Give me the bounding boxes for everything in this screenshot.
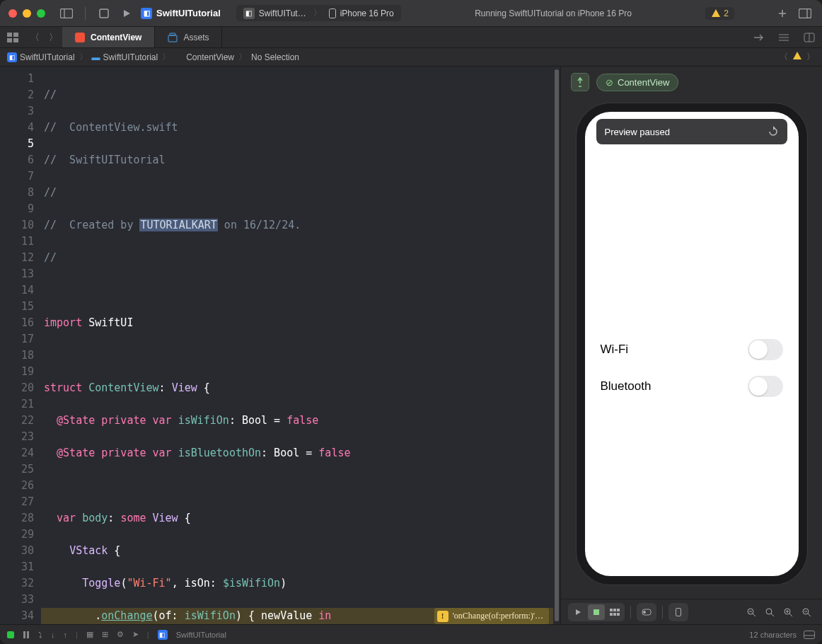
selectable-preview-icon[interactable]	[588, 604, 605, 620]
svg-point-30	[766, 609, 772, 614]
svg-rect-8	[7, 38, 12, 42]
chevron-left-icon[interactable]: 〈	[780, 51, 788, 63]
debug-bar: ⤵ ↓ ↑ | ▦ ⊞ ⚙ ➤ | ◧ SwiftUITutorial 12 c…	[0, 624, 822, 644]
bc-selection[interactable]: No Selection	[251, 52, 299, 62]
bluetooth-toggle[interactable]	[748, 376, 783, 397]
zoom-100-icon[interactable]	[761, 604, 778, 620]
phone-icon	[329, 8, 336, 18]
adjust-editor-icon[interactable]	[746, 27, 771, 47]
step-into-icon[interactable]: ↓	[51, 631, 55, 639]
warning-count: 2	[724, 8, 729, 18]
svg-rect-21	[610, 613, 613, 616]
app-icon: ◧	[141, 8, 152, 19]
line-gutter: 1234567891011121314151617181920212223242…	[0, 67, 41, 624]
nav-back-icon[interactable]: 〈	[25, 27, 44, 47]
scheme-selector[interactable]: ◧ SwiftUITut… 〉 iPhone 16 Pro	[236, 5, 401, 21]
bc-file[interactable]: ContentView	[186, 52, 234, 62]
preview-device-icon[interactable]	[670, 604, 687, 620]
tab-assets[interactable]: Assets	[155, 27, 222, 47]
close-window-icon[interactable]	[8, 9, 17, 18]
tab-bar: 〈 〉 ContentView Assets	[0, 27, 822, 48]
svg-rect-26	[676, 608, 681, 616]
minimize-window-icon[interactable]	[23, 9, 31, 18]
bc-project[interactable]: SwiftUITutorial	[20, 52, 75, 62]
device-settings-icon[interactable]	[638, 604, 655, 620]
checkmark-icon: ⊘	[606, 77, 613, 88]
vertical-scrollbar[interactable]	[553, 67, 560, 624]
svg-rect-41	[804, 631, 815, 638]
footer-project[interactable]: SwiftUITutorial	[176, 631, 226, 639]
pause-icon[interactable]	[23, 631, 30, 638]
related-items-icon[interactable]	[0, 27, 25, 47]
preview-target-pill[interactable]: ⊘ ContentView	[596, 74, 678, 91]
titlebar: ◧ SwiftUITutorial ◧ SwiftUITut… 〉 iPhone…	[0, 0, 822, 27]
bc-group[interactable]: SwiftUITutorial	[103, 52, 158, 62]
device-preview: Preview paused Wi-Fi Bluetooth	[577, 103, 807, 585]
chevron-right-icon[interactable]: 〉	[806, 51, 815, 63]
svg-line-37	[808, 614, 811, 616]
selection-info: 12 characters	[749, 631, 797, 639]
svg-rect-39	[23, 631, 25, 638]
tab-contentview[interactable]: ContentView	[62, 27, 155, 47]
environment-icon[interactable]: ⚙	[117, 630, 124, 639]
svg-rect-20	[617, 609, 620, 611]
pin-preview-button[interactable]	[571, 73, 589, 91]
wifi-label: Wi-Fi	[601, 343, 629, 357]
svg-rect-40	[27, 631, 29, 638]
preview-pane: ⊘ ContentView Preview paused	[560, 67, 822, 624]
preview-controls	[561, 599, 822, 624]
editor-options-icon[interactable]	[771, 27, 797, 47]
svg-rect-11	[170, 33, 175, 35]
svg-rect-19	[613, 609, 616, 611]
live-preview-icon[interactable]	[569, 604, 586, 620]
refresh-icon[interactable]	[768, 126, 779, 137]
code-body[interactable]: // // ContentView.swift // SwiftUITutori…	[41, 67, 553, 624]
project-icon: ◧	[7, 52, 17, 62]
preview-paused-bar: Preview paused	[596, 119, 787, 144]
run-button[interactable]	[118, 5, 135, 22]
xcode-window: ◧ SwiftUITutorial ◧ SwiftUITut… 〉 iPhone…	[0, 0, 822, 644]
project-title[interactable]: ◧ SwiftUITutorial	[141, 8, 221, 19]
swift-file-icon	[75, 33, 85, 42]
app-icon: ◧	[158, 630, 168, 640]
scheme-app-name: SwiftUITut…	[259, 8, 306, 18]
warning-icon[interactable]	[792, 51, 802, 63]
debug-view-icon[interactable]: ▦	[86, 630, 93, 639]
scheme-device: iPhone 16 Pro	[340, 8, 394, 18]
warnings-indicator[interactable]: 2	[705, 7, 734, 20]
zoom-in-icon[interactable]	[780, 604, 797, 620]
wifi-toggle[interactable]	[748, 339, 783, 360]
maximize-window-icon[interactable]	[37, 9, 45, 18]
wifi-toggle-row: Wi-Fi	[601, 331, 783, 368]
chevron-right-icon: 〉	[238, 51, 247, 63]
add-tab-icon[interactable]	[774, 5, 791, 22]
nav-forward-icon[interactable]: 〉	[44, 27, 62, 47]
assets-icon	[168, 33, 178, 42]
svg-rect-17	[594, 609, 599, 615]
variants-icon[interactable]	[606, 604, 623, 620]
step-over-icon[interactable]: ⤵	[38, 631, 42, 639]
zoom-fit-icon[interactable]	[743, 604, 760, 620]
sidebar-toggle-icon[interactable]	[58, 5, 75, 22]
breadcrumb: ◧ SwiftUITutorial 〉 ▬ SwiftUITutorial 〉 …	[0, 48, 822, 67]
stop-button[interactable]	[95, 5, 112, 22]
memory-graph-icon[interactable]: ⊞	[102, 630, 108, 639]
zoom-out-icon[interactable]	[798, 604, 815, 620]
inline-warning[interactable]: !'onChange(of:perform:)'…	[434, 608, 549, 624]
simulate-location-icon[interactable]: ➤	[132, 630, 139, 639]
svg-line-31	[771, 614, 774, 616]
code-editor[interactable]: 1234567891011121314151617181920212223242…	[0, 67, 560, 624]
warning-icon: !	[437, 611, 448, 622]
toggle-debug-area-icon[interactable]	[804, 631, 815, 639]
chevron-right-icon: 〉	[162, 51, 170, 63]
preview-header: ⊘ ContentView	[561, 67, 822, 98]
svg-point-25	[643, 611, 646, 614]
preview-status-text: Preview paused	[605, 127, 671, 137]
inspector-toggle-icon[interactable]	[797, 5, 814, 22]
add-editor-icon[interactable]	[797, 27, 822, 47]
step-out-icon[interactable]: ↑	[64, 631, 68, 639]
swift-file-icon	[175, 53, 183, 62]
build-status: Running SwiftUITutorial on iPhone 16 Pro	[407, 8, 700, 18]
preview-target-label: ContentView	[618, 77, 669, 88]
svg-rect-7	[13, 33, 18, 37]
